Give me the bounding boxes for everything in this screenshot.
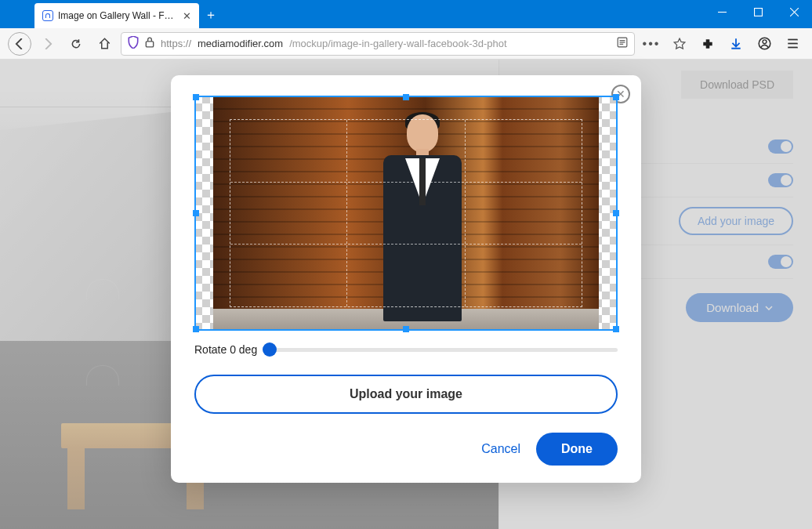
tracking-shield-icon[interactable] <box>128 36 139 51</box>
site-favicon <box>42 10 53 21</box>
svg-rect-4 <box>146 42 153 47</box>
tab-title: Image on Gallery Wall - Facebo <box>58 10 178 21</box>
crop-handle[interactable] <box>613 94 619 100</box>
reader-mode-icon[interactable] <box>617 37 628 50</box>
page-actions-icon[interactable]: ••• <box>640 32 663 56</box>
crop-canvas[interactable] <box>194 96 618 331</box>
crop-handle[interactable] <box>403 326 409 332</box>
done-button[interactable]: Done <box>536 433 618 466</box>
lock-icon[interactable] <box>145 37 154 50</box>
window-maximize-button[interactable] <box>740 0 776 24</box>
window-titlebar: Image on Gallery Wall - Facebo ✕ ＋ <box>0 0 812 28</box>
svg-point-10 <box>763 40 767 44</box>
app-menu-icon[interactable] <box>781 32 804 56</box>
nav-back-button[interactable] <box>8 32 31 56</box>
slider-thumb[interactable] <box>263 342 277 357</box>
page-content: Edit this template Download PSD in a liv… <box>0 60 812 529</box>
svg-rect-1 <box>754 8 762 16</box>
crop-handle[interactable] <box>403 94 409 100</box>
crop-handle[interactable] <box>193 94 199 100</box>
crop-handle[interactable] <box>613 210 619 216</box>
upload-image-button[interactable]: Upload your image <box>194 375 618 414</box>
rotate-label: Rotate 0 deg <box>194 343 257 356</box>
modal-overlay: ✕ Rotate 0 deg Upload your <box>0 60 812 529</box>
account-icon[interactable] <box>752 32 776 56</box>
nav-home-button[interactable] <box>92 32 116 56</box>
tab-close-icon[interactable]: ✕ <box>183 10 191 22</box>
url-domain: mediamodifier.com <box>198 38 283 49</box>
url-scheme: https:// <box>161 38 191 49</box>
crop-handle[interactable] <box>613 326 619 332</box>
new-tab-button[interactable]: ＋ <box>199 3 223 27</box>
bookmark-star-icon[interactable] <box>668 32 691 56</box>
url-bar[interactable]: https://mediamodifier.com/mockup/image-i… <box>121 32 635 56</box>
crop-handle[interactable] <box>193 326 199 332</box>
browser-tab[interactable]: Image on Gallery Wall - Facebo ✕ <box>34 3 199 28</box>
cancel-button[interactable]: Cancel <box>481 442 520 456</box>
nav-forward-button <box>36 32 60 56</box>
crop-handle[interactable] <box>193 210 199 216</box>
nav-reload-button[interactable] <box>64 32 88 56</box>
extensions-icon[interactable] <box>696 32 720 56</box>
rotate-slider[interactable] <box>270 348 618 352</box>
window-close-button[interactable] <box>776 0 812 24</box>
url-path: /mockup/image-in-gallery-wall-facebook-3… <box>289 38 611 49</box>
image-crop-modal: ✕ Rotate 0 deg Upload your <box>171 75 641 483</box>
downloads-icon[interactable] <box>724 32 748 56</box>
window-minimize-button[interactable] <box>704 0 740 24</box>
browser-toolbar: https://mediamodifier.com/mockup/image-i… <box>0 28 812 60</box>
crop-frame[interactable] <box>194 96 618 331</box>
